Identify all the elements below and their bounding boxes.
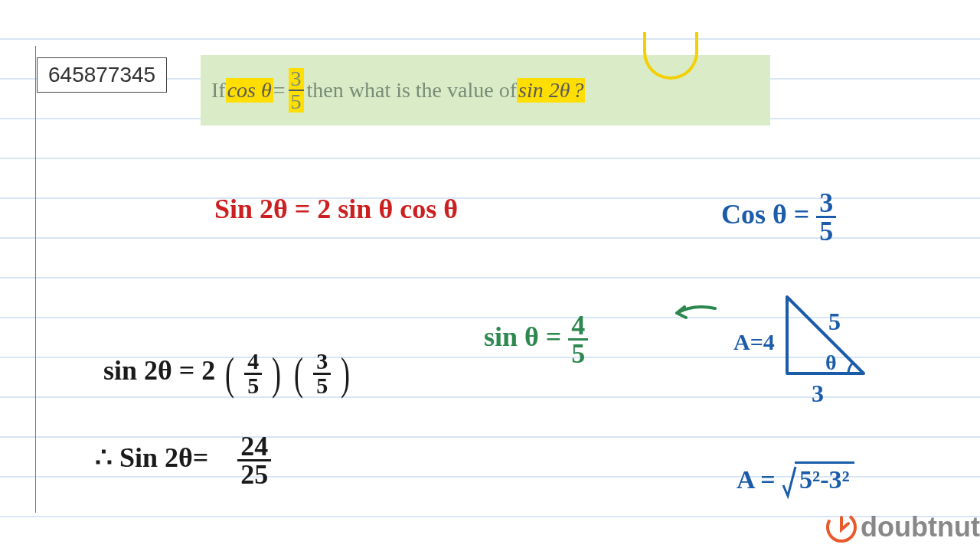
pythagorean-step: A = 5²-3² (737, 465, 854, 499)
sin-frac-den: 5 (568, 341, 588, 367)
q-text-if: If (211, 78, 226, 103)
derived-sin-value: sin θ = 4 5 (484, 312, 588, 367)
substitution-step: sin 2θ = 2 ( 4 5 ) ( 3 5 ) (103, 350, 353, 396)
triangle-base: 3 (812, 380, 824, 408)
pythag-radicand: 5²-3² (795, 461, 854, 494)
calc1-frac2: 3 5 (313, 350, 331, 396)
given-cos-value: Cos θ = 3 5 (721, 190, 836, 244)
calc1-f2d: 5 (313, 375, 331, 397)
doubtnut-logo: doubtnut (825, 511, 980, 543)
cos-lhs: Cos θ = (721, 199, 816, 230)
calc2-den: 25 (237, 461, 271, 487)
q-equals: = (273, 78, 286, 103)
triangle-side-a: A=4 (733, 329, 775, 355)
calc2-num: 24 (237, 433, 271, 461)
sin-lhs: sin θ = (484, 321, 568, 352)
q-frac-num: 3 (289, 68, 304, 91)
calc1-f1d: 5 (244, 375, 262, 397)
sin-frac-num: 4 (568, 312, 588, 341)
q-fraction: 3 5 (289, 68, 304, 112)
calc1-f2n: 3 (313, 350, 331, 375)
q-sin-2theta: sin 2θ (517, 78, 571, 103)
cos-fraction: 3 5 (816, 190, 836, 244)
calc1-f1n: 4 (244, 350, 262, 375)
question-id-box: 645877345 (37, 57, 167, 93)
cos-frac-num: 3 (816, 190, 836, 218)
calc2-prefix: ∴ Sin 2θ= (95, 442, 215, 473)
logo-icon (825, 511, 858, 543)
triangle-hypotenuse: 5 (828, 308, 841, 336)
final-answer: ∴ Sin 2θ= 24 25 (95, 433, 271, 487)
q-cos-theta: cos θ (226, 78, 273, 103)
q-frac-den: 5 (289, 91, 304, 112)
calc1-frac1: 4 5 (244, 350, 262, 396)
pythag-lhs: A = (737, 465, 782, 494)
triangle-angle: θ (825, 350, 837, 375)
sqrt-icon (782, 465, 797, 499)
cos-frac-den: 5 (816, 218, 836, 244)
red-margin-line (35, 46, 36, 513)
calc2-fraction: 24 25 (237, 433, 271, 487)
sin-fraction: 4 5 (568, 312, 588, 367)
q-text-middle: then what is the value of (307, 78, 517, 103)
logo-text: doubtnut (861, 511, 980, 543)
q-suffix: ? (571, 78, 585, 103)
right-triangle-diagram: A=4 5 3 θ (735, 291, 888, 416)
calc1-lhs: sin 2θ = 2 (103, 355, 222, 386)
arrow-icon (671, 302, 717, 321)
double-angle-formula: Sin 2θ = 2 sin θ cos θ (214, 193, 458, 225)
